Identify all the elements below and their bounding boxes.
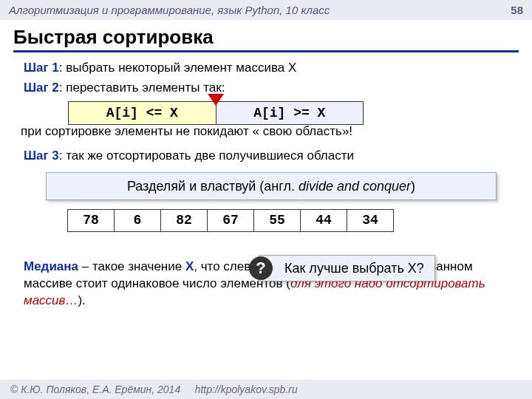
step-2-text: : переставить элементы так:: [59, 81, 225, 95]
step-1-text: : выбрать некоторый элемент массива X: [59, 61, 297, 75]
array-cell: 78: [67, 209, 115, 231]
callout-ru: Разделяй и властвуй (англ.: [127, 179, 299, 194]
callout-tail: ): [411, 179, 415, 194]
step-1-label: Шаг 1: [24, 61, 59, 75]
callout-en: divide and conquer: [299, 179, 411, 194]
question-text: Как лучше выбрать X?: [284, 261, 424, 276]
course-name: Алгоритмизация и программирование, язык …: [9, 4, 330, 16]
partition-left: A[i] <= X: [69, 102, 216, 124]
step-2: Шаг 2: переставить элементы так:: [24, 80, 511, 97]
step-1: Шаг 1: выбрать некоторый элемент массива…: [24, 60, 511, 77]
question-callout: ? Как лучше выбрать X?: [259, 255, 435, 282]
question-mark-icon: ?: [249, 256, 273, 280]
divide-conquer-callout: Разделяй и властвуй (англ. divide and co…: [46, 172, 497, 200]
sample-array: 78 6 82 67 55 44 34: [68, 209, 511, 231]
step-3-text: : так же отсортировать две получившиеся …: [59, 149, 354, 163]
step-2-label: Шаг 2: [24, 81, 59, 95]
page-title: Быстрая сортировка: [13, 26, 519, 52]
page-number: 58: [511, 4, 523, 16]
median-label: Медиана: [24, 259, 78, 273]
content-area: Шаг 1: выбрать некоторый элемент массива…: [0, 52, 532, 309]
median-body1: – такое значение: [78, 259, 185, 273]
partition-diagram: A[i] <= X A[i] >= X: [68, 101, 364, 125]
array-cell: 67: [207, 209, 254, 231]
slide-footer: © К.Ю. Поляков, Е.А. Ерёмин, 2014 http:/…: [0, 380, 532, 399]
median-x: X: [185, 259, 194, 273]
array-cell: 34: [347, 209, 394, 231]
partition-note: при сортировке элементы не покидают « св…: [21, 123, 511, 140]
footer-url: http://kpolyakov.spb.ru: [195, 383, 298, 395]
array-cell: 82: [160, 209, 208, 231]
step-3: Шаг 3: так же отсортировать две получивш…: [24, 148, 511, 165]
array-cell: 6: [114, 209, 161, 231]
array-cell: 55: [253, 209, 301, 231]
median-tail: ).: [78, 293, 85, 307]
step-3-label: Шаг 3: [24, 149, 59, 163]
partition-right: A[i] >= X: [216, 102, 364, 124]
slide-header: Алгоритмизация и программирование, язык …: [0, 0, 532, 20]
footer-copyright: © К.Ю. Поляков, Е.А. Ерёмин, 2014: [10, 383, 180, 395]
pivot-marker-icon: [208, 94, 224, 106]
array-cell: 44: [300, 209, 347, 231]
